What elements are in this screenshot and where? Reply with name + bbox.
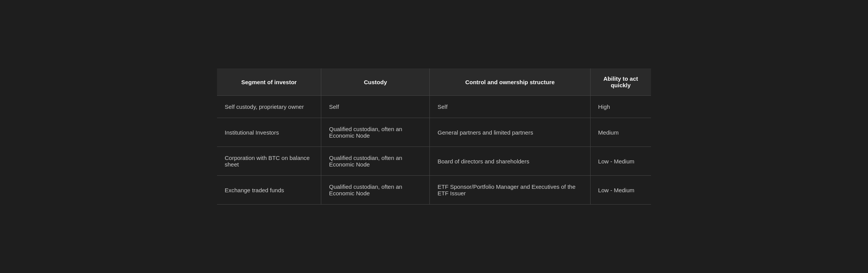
- cell-segment-2: Corporation with BTC on balance sheet: [217, 147, 321, 176]
- cell-custody-3: Qualified custodian, often an Economic N…: [321, 176, 430, 205]
- table-row: Self custody, proprietary ownerSelfSelfH…: [217, 96, 651, 118]
- table-row: Institutional InvestorsQualified custodi…: [217, 118, 651, 147]
- cell-control-2: Board of directors and shareholders: [430, 147, 590, 176]
- cell-segment-0: Self custody, proprietary owner: [217, 96, 321, 118]
- cell-ability-2: Low - Medium: [590, 147, 651, 176]
- table-row: Exchange traded fundsQualified custodian…: [217, 176, 651, 205]
- header-segment: Segment of investor: [217, 68, 321, 96]
- cell-custody-2: Qualified custodian, often an Economic N…: [321, 147, 430, 176]
- cell-ability-1: Medium: [590, 118, 651, 147]
- header-custody: Custody: [321, 68, 430, 96]
- cell-control-3: ETF Sponsor/Portfolio Manager and Execut…: [430, 176, 590, 205]
- table-row: Corporation with BTC on balance sheetQua…: [217, 147, 651, 176]
- cell-segment-1: Institutional Investors: [217, 118, 321, 147]
- cell-control-1: General partners and limited partners: [430, 118, 590, 147]
- cell-custody-0: Self: [321, 96, 430, 118]
- table-container: Segment of investor Custody Control and …: [217, 68, 651, 205]
- investor-table: Segment of investor Custody Control and …: [217, 68, 651, 205]
- cell-ability-3: Low - Medium: [590, 176, 651, 205]
- cell-ability-0: High: [590, 96, 651, 118]
- cell-segment-3: Exchange traded funds: [217, 176, 321, 205]
- header-ability: Ability to act quickly: [590, 68, 651, 96]
- header-control: Control and ownership structure: [430, 68, 590, 96]
- cell-custody-1: Qualified custodian, often an Economic N…: [321, 118, 430, 147]
- header-row: Segment of investor Custody Control and …: [217, 68, 651, 96]
- cell-control-0: Self: [430, 96, 590, 118]
